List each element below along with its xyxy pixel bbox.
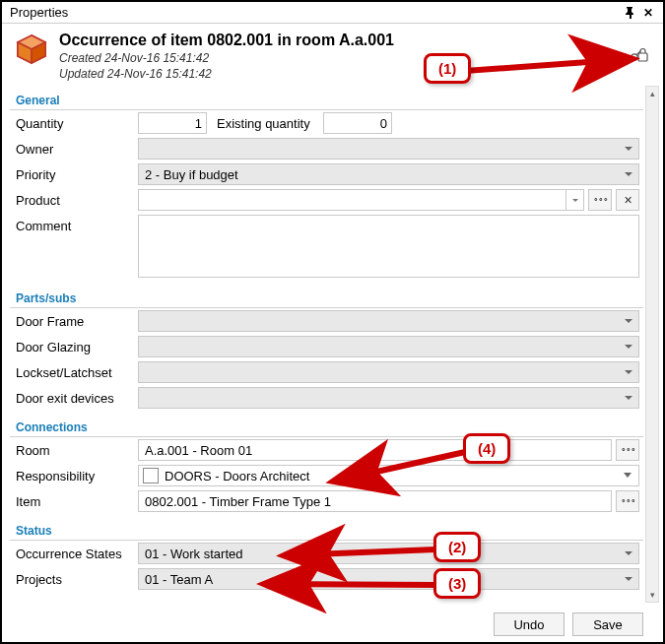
section-connections: Connections bbox=[10, 419, 643, 437]
row-owner: Owner bbox=[10, 136, 643, 161]
svg-point-5 bbox=[632, 54, 637, 60]
label-door-exit: Door exit devices bbox=[14, 391, 134, 406]
properties-panel: Properties ✕ Occurrence of item 0802.001… bbox=[2, 2, 663, 642]
button-row: Undo Save bbox=[494, 612, 643, 636]
row-product: Product bbox=[10, 187, 643, 213]
label-room: Room bbox=[14, 443, 134, 458]
lock-icon[interactable] bbox=[630, 47, 649, 66]
label-lockset: Lockset/Latchset bbox=[14, 365, 134, 380]
responsibility-container: DOORS - Doors Architect bbox=[138, 465, 639, 486]
scroll-area: General Quantity Existing quantity Owner… bbox=[2, 86, 663, 642]
label-product: Product bbox=[14, 193, 134, 208]
pin-icon[interactable] bbox=[622, 4, 639, 22]
existing-quantity-input[interactable] bbox=[323, 112, 392, 134]
row-projects: Projects 01 - Team A bbox=[10, 566, 643, 592]
product-clear-button[interactable] bbox=[616, 189, 639, 211]
label-item: Item bbox=[14, 494, 134, 509]
row-door-glazing: Door Glazing bbox=[10, 334, 643, 359]
door-frame-dropdown[interactable] bbox=[138, 310, 639, 332]
scroll-up-arrow[interactable]: ▴ bbox=[646, 87, 658, 100]
lockset-dropdown[interactable] bbox=[138, 361, 639, 383]
row-comment: Comment bbox=[10, 213, 643, 280]
room-input[interactable]: A.a.001 - Room 01 bbox=[138, 439, 612, 461]
label-priority: Priority bbox=[14, 167, 134, 182]
close-icon[interactable]: ✕ bbox=[639, 4, 657, 22]
responsibility-value: DOORS - Doors Architect bbox=[165, 469, 309, 483]
product-browse-button[interactable] bbox=[588, 189, 612, 211]
row-priority: Priority 2 - Buy if budget bbox=[10, 161, 643, 187]
occurrence-states-dropdown[interactable]: 01 - Work started bbox=[138, 543, 639, 564]
product-input[interactable] bbox=[138, 189, 584, 211]
door-exit-dropdown[interactable] bbox=[138, 387, 639, 409]
scroll-track[interactable] bbox=[646, 100, 658, 588]
room-browse-button[interactable] bbox=[616, 439, 639, 461]
scroll-down-arrow[interactable]: ▾ bbox=[646, 588, 658, 602]
door-glazing-dropdown[interactable] bbox=[138, 336, 639, 357]
section-general: General bbox=[10, 92, 643, 110]
row-item: Item 0802.001 - Timber Frame Type 1 bbox=[10, 488, 643, 514]
label-responsibility: Responsibility bbox=[14, 469, 134, 483]
row-room: Room A.a.001 - Room 01 bbox=[10, 437, 643, 463]
panel-title: Properties bbox=[10, 5, 622, 20]
header-block: Occurrence of item 0802.001 in room A.a.… bbox=[2, 24, 663, 86]
label-comment: Comment bbox=[14, 215, 134, 233]
header-texts: Occurrence of item 0802.001 in room A.a.… bbox=[59, 32, 651, 82]
row-door-frame: Door Frame bbox=[10, 308, 643, 334]
label-door-glazing: Door Glazing bbox=[14, 340, 134, 354]
section-status: Status bbox=[10, 522, 643, 541]
item-browse-button[interactable] bbox=[616, 490, 639, 512]
row-quantity: Quantity Existing quantity bbox=[10, 110, 643, 136]
comment-textarea[interactable] bbox=[138, 215, 639, 278]
header-title: Occurrence of item 0802.001 in room A.a.… bbox=[59, 32, 651, 49]
responsibility-dropdown-arrow[interactable] bbox=[621, 473, 634, 479]
label-existing-quantity: Existing quantity bbox=[211, 116, 319, 131]
titlebar: Properties ✕ bbox=[2, 2, 663, 24]
owner-dropdown[interactable] bbox=[138, 138, 639, 160]
row-lockset: Lockset/Latchset bbox=[10, 359, 643, 385]
responsibility-checkbox[interactable] bbox=[143, 468, 159, 483]
label-door-frame: Door Frame bbox=[14, 314, 134, 329]
label-quantity: Quantity bbox=[14, 116, 134, 131]
row-occurrence-states: Occurrence States 01 - Work started bbox=[10, 541, 643, 566]
row-responsibility: Responsibility DOORS - Doors Architect bbox=[10, 463, 643, 488]
item-input[interactable]: 0802.001 - Timber Frame Type 1 bbox=[138, 490, 612, 512]
row-door-exit: Door exit devices bbox=[10, 385, 643, 411]
projects-dropdown[interactable]: 01 - Team A bbox=[138, 568, 639, 590]
label-owner: Owner bbox=[14, 142, 134, 157]
header-created: Created 24-Nov-16 15:41:42 bbox=[59, 51, 651, 67]
quantity-input[interactable] bbox=[138, 112, 207, 134]
form-inner: General Quantity Existing quantity Owner… bbox=[10, 86, 643, 603]
header-updated: Updated 24-Nov-16 15:41:42 bbox=[59, 67, 651, 83]
item-icon bbox=[14, 32, 49, 67]
section-parts: Parts/subs bbox=[10, 290, 643, 308]
label-projects: Projects bbox=[14, 572, 134, 587]
label-occurrence-states: Occurrence States bbox=[14, 547, 134, 561]
vertical-scrollbar[interactable]: ▴ ▾ bbox=[645, 86, 659, 603]
priority-dropdown[interactable]: 2 - Buy if budget bbox=[138, 163, 639, 185]
svg-rect-4 bbox=[638, 53, 647, 61]
undo-button[interactable]: Undo bbox=[494, 612, 565, 636]
save-button[interactable]: Save bbox=[572, 612, 643, 636]
